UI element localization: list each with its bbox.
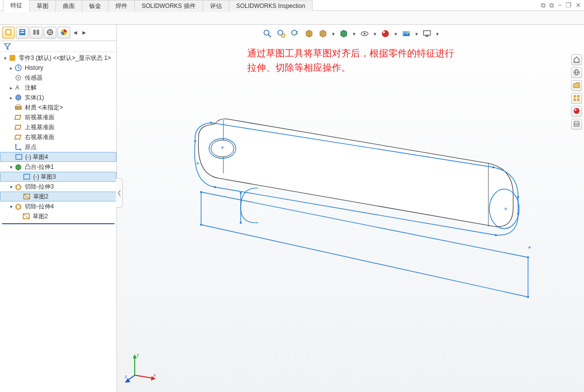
panel-splitter[interactable]	[116, 178, 123, 208]
tree-row[interactable]: (-) 草图4	[0, 152, 116, 162]
tree-row[interactable]: 原点	[0, 142, 116, 152]
panel-tab-prev[interactable]: ◄	[71, 29, 79, 36]
panel-tab-dimxpert[interactable]	[44, 27, 56, 39]
previous-view-button[interactable]	[290, 29, 301, 40]
dimxpert-icon	[46, 28, 54, 38]
annotation-line1: 通过草图工具将草图对齐后，根据零件的特征进行	[247, 47, 454, 61]
taskpane-view-palette[interactable]	[571, 93, 582, 104]
ribbon-tab-sketch[interactable]: 草图	[29, 0, 56, 12]
expander-icon[interactable]: ▸	[8, 85, 14, 91]
folder-icon	[573, 82, 580, 90]
zoom-fit-icon	[263, 29, 272, 40]
svg-point-56	[200, 224, 202, 226]
svg-rect-4	[20, 32, 24, 33]
tree-row[interactable]: ▸A注解	[0, 83, 116, 93]
tree-item-label: 右视基准面	[25, 133, 54, 142]
svg-line-18	[19, 104, 21, 106]
tree-row[interactable]: ▸实体(1)	[0, 93, 116, 102]
tree-root-label: 零件3 (默认) <<默认>_显示状态 1>	[19, 54, 111, 62]
tree-row[interactable]: 材质 <未指定>	[0, 102, 116, 112]
view-settings-button[interactable]	[422, 29, 432, 40]
tree-row[interactable]: 前视基准面	[0, 112, 116, 122]
sensor-icon	[14, 73, 23, 82]
taskpane-resources[interactable]	[571, 67, 582, 78]
svg-point-55	[200, 191, 202, 193]
tree-row[interactable]: ▾切除-拉伸4	[0, 201, 116, 211]
tree-row[interactable]: 右视基准面	[0, 132, 116, 142]
restore-button[interactable]: ❐	[566, 1, 572, 9]
display-style-button[interactable]	[338, 29, 349, 40]
tree-row[interactable]: ▸History	[0, 63, 116, 73]
derived-sketch-icon	[22, 192, 31, 201]
tree-item-label: 切除-拉伸3	[25, 183, 54, 191]
expander-icon[interactable]: ▾	[2, 55, 8, 61]
expander-icon[interactable]: ▾	[8, 164, 14, 170]
taskpane-appearances[interactable]	[571, 106, 582, 117]
taskpane-custom-props[interactable]	[571, 119, 582, 130]
panel-tab-feature-tree[interactable]	[2, 27, 15, 39]
zoom-fit-button[interactable]	[262, 29, 273, 40]
graphics-viewport[interactable]: ▼ ▼ ▼ ▼ ▼ ▼ 通过草图工具将草图对齐后，根据零件的特征进行 拉伸、切除…	[117, 25, 584, 392]
tree-root[interactable]: ▾ 零件3 (默认) <<默认>_显示状态 1>	[0, 53, 116, 63]
popout1-button[interactable]: ⧉	[541, 1, 545, 9]
appearances-icon	[573, 107, 580, 116]
taskpane-library[interactable]	[571, 80, 582, 91]
expander-icon[interactable]: ▸	[8, 65, 14, 71]
svg-rect-43	[424, 31, 430, 35]
panel-tab-next[interactable]: ►	[80, 29, 88, 36]
panel-tab-property-manager[interactable]	[16, 27, 29, 39]
property-manager-icon	[18, 28, 26, 38]
tree-row[interactable]: ▾凸台-拉伸1	[0, 162, 116, 172]
svg-point-49	[210, 122, 212, 124]
section-view-button[interactable]	[304, 29, 315, 40]
tree-row[interactable]: 草图2	[0, 211, 116, 221]
tree-item-label: (-) 草图3	[33, 173, 56, 181]
tree-row[interactable]: 草图2	[0, 192, 116, 201]
svg-point-52	[517, 213, 519, 215]
svg-point-48	[194, 140, 196, 142]
svg-marker-22	[15, 144, 17, 146]
expander-icon[interactable]: ▸	[8, 95, 14, 100]
view-palette-icon	[573, 95, 580, 103]
annotation-icon: A	[14, 83, 23, 92]
edit-appearance-button[interactable]	[380, 29, 391, 40]
hide-show-dropdown[interactable]: ▼	[373, 32, 377, 37]
panel-tab-display[interactable]	[57, 27, 70, 39]
view-orient-dropdown[interactable]: ▼	[331, 32, 335, 37]
zoom-area-button[interactable]	[276, 29, 287, 40]
tree-row[interactable]: ▾切除-拉伸3	[0, 182, 116, 192]
ribbon-tab-inspection[interactable]: SOLIDWORKS Inspection	[229, 0, 313, 11]
tree-filter[interactable]	[0, 41, 116, 52]
ribbon-tab-evaluate[interactable]: 评估	[203, 0, 229, 12]
view-settings-dropdown[interactable]: ▼	[435, 32, 439, 37]
hide-show-button[interactable]	[359, 29, 370, 40]
popout2-button[interactable]: ⧉	[549, 1, 554, 9]
panel-tab-configuration[interactable]	[30, 27, 43, 39]
rollback-bar[interactable]	[2, 223, 114, 224]
svg-rect-29	[17, 205, 19, 208]
close-button[interactable]: ✕	[576, 1, 581, 9]
taskpane-home[interactable]	[571, 54, 582, 65]
triad-x-label: x	[154, 373, 156, 378]
view-orient-icon	[319, 29, 327, 40]
ribbon-tab-features[interactable]: 特征	[3, 0, 30, 12]
minimize-button[interactable]: −	[558, 1, 562, 9]
tree-row[interactable]: (-) 草图3	[0, 172, 116, 182]
svg-point-39	[382, 30, 389, 37]
ribbon-tab-addins[interactable]: SOLIDWORKS 插件	[134, 0, 203, 12]
tree-row[interactable]: 传感器	[0, 73, 116, 83]
svg-point-75	[575, 109, 577, 111]
expander-icon[interactable]: ▾	[8, 184, 14, 190]
expander-icon[interactable]: ▾	[8, 204, 14, 209]
ribbon-tab-weldments[interactable]: 焊件	[108, 0, 135, 12]
tree-item-label: 注解	[25, 84, 37, 92]
svg-rect-44	[425, 36, 428, 37]
display-style-dropdown[interactable]: ▼	[352, 32, 356, 37]
view-orient-button[interactable]	[318, 29, 328, 40]
ribbon-tab-sheetmetal[interactable]: 钣金	[82, 0, 108, 12]
apply-scene-button[interactable]	[401, 29, 412, 40]
apply-scene-dropdown[interactable]: ▼	[415, 32, 419, 37]
tree-row[interactable]: 上视基准面	[0, 122, 116, 132]
ribbon-tab-surfaces[interactable]: 曲面	[55, 0, 82, 12]
edit-appearance-dropdown[interactable]: ▼	[394, 32, 398, 37]
